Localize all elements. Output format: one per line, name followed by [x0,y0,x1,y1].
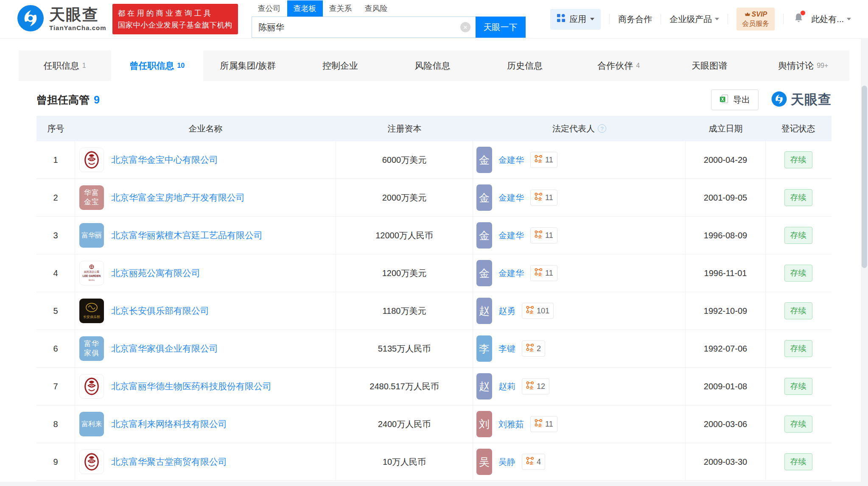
page-tab[interactable]: 任职信息 1 [19,50,111,81]
company-logo[interactable]: 丽苑酒店公寓LEE GARDENBEIJING [79,261,104,285]
page-tab[interactable]: 风险信息 [388,50,480,81]
brand-text: 天眼查 TianYanCha.com [49,7,106,31]
establish-date: 1996-08-09 [686,217,766,254]
page-tab[interactable]: 舆情讨论 99+ [757,50,850,81]
user-menu[interactable]: 此处有... [811,14,851,25]
watermark-logo: 天眼查 [771,91,832,109]
nav-business-label: 商务合作 [618,14,652,25]
rep-company-count-badge[interactable]: 企 2 [522,341,545,357]
rep-company-count-badge[interactable]: 企 11 [530,265,557,281]
tab-label: 所属集团/族群 [220,60,276,72]
registered-capital: 10万人民币 [336,443,473,480]
scrollbar-thumb[interactable] [862,86,867,268]
search-tab[interactable]: 查风险 [358,0,394,17]
company-link[interactable]: 北京富华聚古堂商贸有限公司 [111,456,227,468]
column-header-label: 成立日期 [709,123,743,134]
search-tab[interactable]: 查老板 [287,0,323,17]
company-logo[interactable] [79,374,104,399]
company-logo[interactable]: 长安俱乐部 [79,299,104,323]
search-input[interactable] [252,17,460,37]
registered-capital: 5135万人民币 [336,330,473,367]
rep-link[interactable]: 赵莉 [498,381,515,392]
rep-link[interactable]: 赵勇 [498,305,515,317]
rep-link[interactable]: 吴静 [498,456,515,468]
rep-avatar[interactable]: 吴 [476,449,492,475]
nav-enterprise[interactable]: 企业级产品 [669,14,719,25]
rep-company-count-badge[interactable]: 企 11 [530,152,557,168]
rep-avatar[interactable]: 刘 [476,411,492,437]
page-tab[interactable]: 合作伙伴 4 [572,50,665,81]
company-link[interactable]: 北京丽苑公寓有限公司 [111,267,200,279]
rep-avatar[interactable]: 金 [476,260,492,286]
svip-badge[interactable]: SVIP 会员服务 [736,8,775,30]
company-link[interactable]: 北京富丽华德生物医药科技股份有限公司 [111,380,272,392]
column-header-label: 企业名称 [189,123,223,134]
rep-avatar[interactable]: 赵 [476,373,492,399]
page-tab[interactable]: 曾任职信息 10 [111,50,204,81]
page-tab[interactable]: 天眼图谱 [665,50,757,81]
rep-company-count-badge[interactable]: 企 11 [530,416,557,432]
rep-company-count-badge[interactable]: 企 101 [522,303,554,319]
clear-icon[interactable]: × [460,22,470,32]
page-tab[interactable]: 所属集团/族群 [203,50,296,81]
page-tab[interactable]: 控制企业 [296,50,388,81]
brand-logo[interactable]: 天眼查 TianYanCha.com [17,5,106,34]
rep-avatar[interactable]: 金 [476,147,492,173]
search-button[interactable]: 天眼一下 [476,17,526,38]
rep-company-count-badge[interactable]: 企 11 [530,227,557,243]
rep-company-count-badge[interactable]: 企 12 [522,378,549,394]
company-link[interactable]: 北京富利来网络科技有限公司 [111,418,227,430]
apps-menu[interactable]: 应用 [550,9,601,30]
nav-business[interactable]: 商务合作 [618,14,652,25]
search-tab[interactable]: 查公司 [252,0,287,17]
company-link[interactable]: 北京富华丽紫檀木宫廷工艺品有限公司 [111,229,263,241]
org-icon: 企 [535,155,543,165]
rep-link[interactable]: 金建华 [498,192,524,204]
page-tab[interactable]: 历史信息 [480,50,573,81]
executive-table: 序号 企业名称 注册资本 法定代表人 ? 成立日期 登记状态 1 北京富华金宝中… [36,116,832,481]
notification-bell[interactable] [793,12,804,26]
company-logo[interactable] [79,450,104,474]
rep-avatar[interactable]: 李 [476,335,492,362]
column-header-label: 注册资本 [388,123,422,134]
company-logo[interactable]: 富利来 [79,412,104,436]
rep-link[interactable]: 李键 [498,343,515,355]
company-logo[interactable]: 华富金宝 [79,185,104,210]
apps-grid-icon [557,14,566,25]
divider [661,14,661,24]
scrollbar[interactable] [861,39,868,486]
rep-link[interactable]: 金建华 [498,230,524,241]
tab-label: 合作伙伴 [597,60,633,72]
rep-avatar[interactable]: 赵 [476,298,492,324]
company-logo[interactable] [79,148,104,172]
status-badge: 存续 [784,453,812,470]
column-header: 登记状态 [766,116,831,141]
org-icon: 企 [526,457,534,467]
company-logo[interactable]: 富华丽 [79,223,104,248]
rep-avatar[interactable]: 金 [476,184,492,211]
rep-company-count-badge[interactable]: 企 11 [530,190,557,206]
rep-link[interactable]: 刘雅茹 [498,419,524,430]
search-tab[interactable]: 查关系 [323,0,358,17]
company-link[interactable]: 北京富华家俱企业有限公司 [111,343,218,355]
company-link[interactable]: 北京华富金宝房地产开发有限公司 [111,192,245,204]
tab-label: 舆情讨论 [778,60,814,72]
table-row: 4 丽苑酒店公寓LEE GARDENBEIJING 北京丽苑公寓有限公司 120… [36,254,832,292]
tab-label: 天眼图谱 [692,60,727,72]
divider [609,14,610,24]
rep-link[interactable]: 金建华 [498,154,524,166]
help-icon[interactable]: ? [598,124,606,133]
company-link[interactable]: 北京富华金宝中心有限公司 [111,154,218,166]
establish-date: 1992-10-09 [686,292,766,330]
registered-capital: 6000万美元 [336,141,473,179]
establish-date: 2000-04-29 [686,141,766,179]
company-link[interactable]: 北京长安俱乐部有限公司 [111,305,209,317]
export-button[interactable]: X 导出 [711,89,759,110]
status-badge: 存续 [784,189,812,206]
company-logo[interactable]: 富华家俱 [79,336,104,361]
rep-avatar[interactable]: 金 [476,222,492,249]
rep-link[interactable]: 金建华 [498,268,524,279]
rep-company-count-badge[interactable]: 企 4 [522,454,545,470]
svg-text:企: 企 [538,272,543,276]
rep-company-count: 11 [545,420,553,429]
